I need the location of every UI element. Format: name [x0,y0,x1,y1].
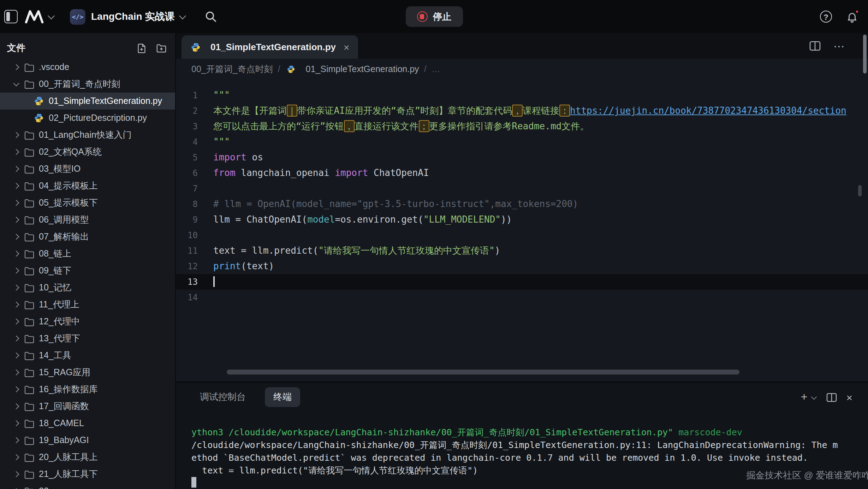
code-line-content: llm = ChatOpenAI(model=os.environ.get("L… [213,212,868,228]
tree-item-label: 17_回调函数 [39,400,89,412]
tree-folder-item[interactable]: .vscode [0,59,175,76]
chevron-icon[interactable] [11,418,21,428]
breadcrumb-file[interactable]: 01_SimpleTextGeneration.py [306,64,419,74]
breadcrumb-more[interactable]: … [432,64,440,74]
sidebar-toggle-icon[interactable] [4,10,18,23]
tree-folder-item[interactable]: 08_链上 [0,245,175,262]
code-line[interactable]: 12print(text) [176,259,868,274]
more-icon[interactable]: ⋯ [833,39,845,53]
new-file-icon[interactable] [136,43,147,53]
tree-folder-item[interactable]: 14_工具 [0,347,175,364]
tab-debug-console[interactable]: 调试控制台 [191,387,254,407]
tree-folder-item[interactable]: 22_ [0,483,175,489]
tree-folder-item[interactable]: 11_代理上 [0,296,175,313]
tree-folder-item[interactable]: 09_链下 [0,262,175,279]
tree-folder-item[interactable]: 16_操作数据库 [0,381,175,398]
code-line[interactable]: 5import os [176,150,868,165]
chevron-icon[interactable] [11,232,21,242]
chevron-icon[interactable] [11,147,21,157]
chevron-icon[interactable] [11,334,21,343]
notification-dot [855,9,860,14]
new-terminal-icon[interactable]: + [801,391,808,403]
tree-folder-item[interactable]: 05_提示模板下 [0,194,175,211]
code-line[interactable]: 9llm = ChatOpenAI(model=os.environ.get("… [176,212,868,228]
code-line[interactable]: 1""" [176,88,868,103]
chevron-icon[interactable] [11,317,21,326]
breadcrumb-folder[interactable]: 00_开篇词_奇点时刻 [191,63,273,75]
chevron-icon[interactable] [11,181,21,191]
new-folder-icon[interactable] [156,43,167,53]
chevron-icon[interactable] [11,435,21,445]
code-line[interactable]: 4""" [176,134,868,150]
chevron-icon[interactable] [11,401,21,411]
tree-folder-item[interactable]: 02_文档QA系统 [0,143,175,160]
chevron-icon[interactable] [11,215,21,225]
code-line[interactable]: 14 [176,290,868,305]
code-token-str: 带你亲证AI应用开发的“奇点”时刻】章节的配套代码 [297,105,512,116]
project-chevron-down-icon[interactable] [179,13,186,20]
code-line[interactable]: 2本文件是【开篇词｜带你亲证AI应用开发的“奇点”时刻】章节的配套代码，课程链接… [176,103,868,119]
tree-folder-item[interactable]: 03_模型IO [0,160,175,177]
code-editor[interactable]: 1"""2本文件是【开篇词｜带你亲证AI应用开发的“奇点”时刻】章节的配套代码，… [176,80,868,382]
terminal-line: ethod `BaseChatModel.predict` was deprec… [191,452,864,464]
tree-folder-item[interactable]: 06_调用模型 [0,211,175,228]
tree-folder-item[interactable]: 04_提示模板上 [0,177,175,194]
tree-folder-item[interactable]: 00_开篇词_奇点时刻 [0,76,175,93]
chevron-icon[interactable] [11,266,21,276]
code-line[interactable]: 6from langchain_openai import ChatOpenAI [176,165,868,181]
chevron-icon[interactable] [11,198,21,208]
horizontal-scrollbar-thumb[interactable] [227,370,739,375]
tree-folder-item[interactable]: 13_代理下 [0,330,175,347]
tree-folder-item[interactable]: 19_BabyAGI [0,432,175,449]
chevron-icon[interactable] [11,367,21,377]
terminal-dropdown-chevron-icon[interactable] [811,395,816,400]
chevron-icon[interactable] [11,249,21,259]
code-line[interactable]: 13 [176,274,868,290]
tree-folder-item[interactable]: 01_LangChain快速入门 [0,126,175,143]
code-token-plain: ) [495,245,500,256]
app-logo[interactable] [24,9,54,24]
tree-file-item[interactable]: 02_PictureDescription.py [0,110,175,126]
tree-folder-item[interactable]: 17_回调函数 [0,398,175,415]
folder-icon [23,163,35,175]
chevron-icon[interactable] [11,164,21,174]
code-line[interactable]: 10 [176,228,868,243]
chevron-icon[interactable] [11,62,21,72]
code-line[interactable]: 7 [176,181,868,196]
code-line[interactable]: 8# llm = OpenAI(model_name="gpt-3.5-turb… [176,196,868,212]
editor-scrollbar-thumb[interactable] [858,185,862,196]
tree-file-item[interactable]: 01_SimpleTextGeneration.py [0,93,175,110]
chevron-icon[interactable] [11,469,21,479]
stop-button[interactable]: 停止 [405,6,463,27]
close-panel-icon[interactable]: × [846,391,852,403]
tree-folder-item[interactable]: 07_解析输出 [0,228,175,245]
split-terminal-icon[interactable] [826,393,837,402]
code-line[interactable]: 11text = llm.predict("请给我写一句情人节红玫瑰的中文宣传语… [176,243,868,259]
chevron-icon[interactable] [11,486,21,489]
tree-folder-item[interactable]: 21_人脉工具下 [0,466,175,483]
project-title[interactable]: LangChain 实战课 [91,10,174,23]
editor-tab-active[interactable]: 01_SimpleTextGeneration.py × [182,35,358,59]
search-icon[interactable] [205,11,217,23]
chevron-icon[interactable] [11,283,21,293]
tree-item-label: 02_文档QA系统 [39,146,102,158]
bell-icon[interactable] [846,10,858,23]
chevron-icon[interactable] [11,350,21,360]
terminal-text: /cloudide/workspace/LangChain-shizhanke/… [191,440,838,450]
code-line[interactable]: 3您可以点击最上方的“运行”按钮，直接运行该文件；更多操作指引请参考Readme… [176,119,868,134]
help-icon[interactable]: ? [820,11,832,23]
chevron-icon[interactable] [11,130,21,140]
tree-folder-item[interactable]: 10_记忆 [0,279,175,296]
chevron-icon[interactable] [11,452,21,462]
window-scrollbar-thumb[interactable] [863,35,867,73]
chevron-icon[interactable] [11,300,21,310]
tab-terminal[interactable]: 终端 [265,387,300,407]
chevron-icon[interactable] [11,384,21,394]
chevron-icon[interactable] [11,79,21,89]
tab-close-icon[interactable]: × [344,41,349,53]
tree-folder-item[interactable]: 18_CAMEL [0,415,175,432]
tree-folder-item[interactable]: 20_人脉工具上 [0,449,175,466]
tree-folder-item[interactable]: 15_RAG应用 [0,364,175,381]
tree-folder-item[interactable]: 12_代理中 [0,313,175,330]
split-editor-icon[interactable] [809,41,821,51]
